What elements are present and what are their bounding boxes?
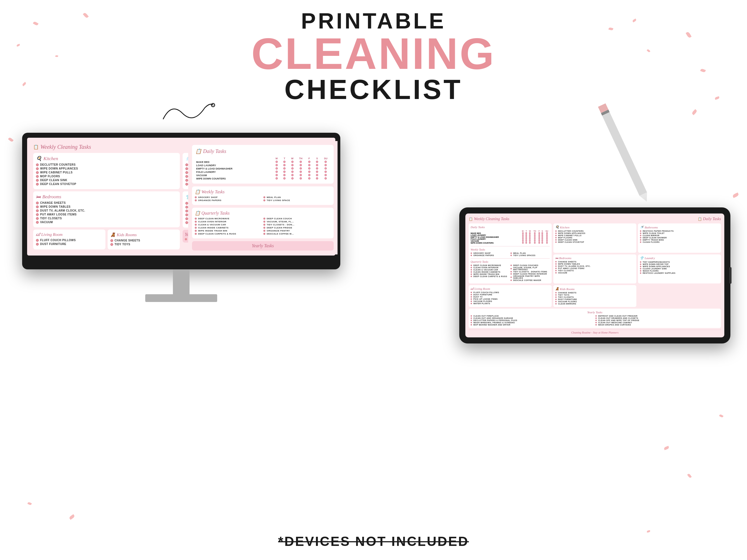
tablet-weekly-sub: Weekly Tasks bbox=[471, 248, 550, 251]
tablet-item: DUST TV bbox=[471, 296, 550, 298]
tablet-item: VACUUM, STEAM, FLIP MATTRESSES bbox=[511, 267, 550, 270]
tablet-item: WATER PLANTS bbox=[471, 302, 550, 304]
tablet-item: DEEP CLEAN SINK bbox=[555, 239, 635, 241]
tablet-item: MOP BEHIND WASHER AND DRYER bbox=[471, 324, 594, 326]
tablet-item: DEEP CLEAN MICROWAVE bbox=[471, 264, 510, 266]
tablet-item: WIPE INSIDE TRASH BIN bbox=[471, 273, 510, 275]
tablet-quarterly-sub: Quarterly Tasks bbox=[471, 260, 550, 263]
tablet-footer: Cleaning Routine - Stay at Home Planners bbox=[469, 330, 721, 334]
daily-tasks-title: 📋Daily Tasks bbox=[195, 148, 330, 154]
tablet-item: DEFROST AND CLEAN OUT FREEZER bbox=[595, 315, 719, 317]
header: PRINTABLE CLEANING CHECKLIST bbox=[249, 8, 498, 105]
tablet-item: DESCALE COFFEE MAKER bbox=[511, 279, 550, 281]
bottom-disclaimer: *DEVICES NOT INCLUDED bbox=[278, 534, 469, 549]
quarterly-title: 📋Quarterly Tasks bbox=[195, 210, 331, 216]
tablet-item: CHANGE SHEETS bbox=[555, 261, 635, 263]
tablet-item: ORGANIZE PANTRY WIPE SHELVES bbox=[511, 275, 550, 279]
checklist-item: MEAL PLAN bbox=[263, 196, 331, 198]
tablet-item: RESTOCK LAUNDRY SUPPLIES bbox=[640, 272, 719, 274]
tablet-item: CLEAN LAUNDRY SINK bbox=[640, 268, 719, 270]
tablet-item: MEAL PLAN bbox=[511, 252, 550, 254]
checklist-item: DEEP CLEAN SINK bbox=[36, 179, 177, 182]
tablet-item: CLEAN OUT MEDICINE CABINET bbox=[595, 322, 719, 324]
checklist-item: DEEP CLEAN CARPETS & RUGS bbox=[195, 233, 262, 235]
tablet-item: VACUUM FLOORS bbox=[471, 300, 550, 302]
kitchen-section-title: 🍳 Kitchen bbox=[36, 156, 177, 161]
tablet-item: MOP FLOORS bbox=[555, 237, 635, 239]
tablet-item: DEEP CLEAN FRIDGE INTERIOR bbox=[511, 273, 550, 275]
checklist-item: VACUUM bbox=[36, 221, 177, 224]
tablet-item: CHANGE SHEETS bbox=[555, 292, 635, 294]
tablet-item: GROCERY SHOP bbox=[471, 252, 510, 254]
tablet-item: WASH FLOORS bbox=[640, 270, 719, 272]
tablet-item: CLEAN OVEN INTERIOR bbox=[471, 267, 510, 269]
checklist-item: TIDY CLOSETS - DON... bbox=[263, 223, 331, 226]
checklist-item: DEEP CLEAN COUCH bbox=[263, 217, 331, 220]
tablet-item: TIDY CLOSETS bbox=[555, 270, 635, 272]
monitor-stand-neck bbox=[173, 269, 189, 294]
tablet-item: WIPE DOWN APPLIANCES bbox=[640, 265, 719, 267]
tablet-outer: 📋 Weekly Cleaning Tasks 📋 Daily Tasks 🍳K… bbox=[459, 207, 730, 344]
checklist-item: ORGANIZE PAPERS bbox=[195, 199, 262, 202]
checklist-item: DEEP CLEAN MICROWAVE bbox=[195, 217, 262, 220]
tablet-item: DEEP CLEAN COUCHES bbox=[511, 264, 550, 266]
tablet-side-button bbox=[729, 267, 731, 284]
checklist-item: DEEP CLEAN STOVETOP bbox=[36, 183, 177, 186]
checklist-item: DUST FURNITURE bbox=[36, 242, 103, 246]
checklist-item: GROCERY SHOP bbox=[195, 196, 262, 198]
pencil-decoration bbox=[598, 103, 652, 207]
tablet-item: ORGANIZE PAPERS bbox=[471, 255, 510, 256]
checklist-item: MOP FLOORS bbox=[36, 175, 177, 178]
checklist-label: CHECKLIST bbox=[249, 74, 498, 105]
tablet-item: DEEP CLEAN STOVETOP bbox=[555, 241, 635, 243]
tablet-item: FLUFF COUCH PILLOWS bbox=[471, 291, 550, 293]
tablet-item: TIDY CLOSETS - DONATE ITEMS bbox=[511, 271, 550, 273]
tablet-item: WIPE CABINET PULLS bbox=[555, 235, 635, 236]
checklist-item: PUT AWAY LOOSE ITEMS bbox=[36, 213, 177, 216]
checklist-item: DESCALE COFFEE M... bbox=[263, 233, 331, 235]
tablet-item: WIPE DOWN TABLES bbox=[555, 263, 635, 265]
tablet-item: CLEAN MIRROR bbox=[640, 235, 719, 236]
tablet-bedrooms-title: 🛏Bedrooms bbox=[555, 256, 635, 260]
tablet-item: WASH WINDOWS, FRAMES & SCREENS bbox=[471, 322, 594, 324]
tablet-daily-box-title: Daily Tasks bbox=[471, 225, 550, 229]
tablet-yearly-title: Yearly Tasks bbox=[471, 311, 719, 314]
tablet-item: WIPE DOWN DRYER TOP bbox=[640, 263, 719, 265]
tablet-item: VACUUM bbox=[555, 272, 635, 274]
tablet-item: WIPE CLEAN TOILET bbox=[640, 232, 719, 234]
checklist-item: CHANGE SHEETS bbox=[110, 239, 177, 242]
tablet-item: DECLUTTER COUNTERS bbox=[555, 230, 635, 232]
tablet-kitchen-title: 🍳Kitchen bbox=[555, 225, 635, 229]
tablet-item: EMPTY TRASH BINS bbox=[640, 239, 719, 241]
tablet-item: CLEAN MIRRORS bbox=[555, 303, 635, 305]
tablet-bathrooms-title: 🚿Bathrooms bbox=[640, 225, 719, 229]
tablet-item: VACUUM FLOORS bbox=[555, 301, 635, 302]
checklist-item: TIDY CLOSETS bbox=[36, 217, 177, 220]
bedrooms-section-title: 🛏 Bedrooms bbox=[36, 194, 177, 200]
tablet-item: TIDY TOYS bbox=[555, 294, 635, 296]
checklist-item: VACUUM, STEAM, FL... bbox=[263, 220, 331, 223]
yearly-tasks-label: Yearly Tasks bbox=[192, 241, 334, 250]
checklist-item: DEEP CLEAN FRIDGE bbox=[263, 226, 331, 229]
monitor-doc-title: Weekly Cleaning Tasks bbox=[41, 144, 91, 150]
checklist-item: ORGANIZE PANTRY bbox=[263, 230, 331, 232]
tablet-item: RESTOCK PAPER PRODUCTS bbox=[640, 230, 719, 232]
monitor-right-panel: 📋Daily Tasks MTWTHFSSU MAKE BED bbox=[188, 141, 337, 255]
tablet-item: TIDY LIVING SPACES bbox=[511, 255, 550, 256]
cleaning-label: CLEANING bbox=[249, 34, 498, 74]
tablet-item: CLEAN INSIDE CABINETS bbox=[471, 271, 510, 273]
monitor-stand-base bbox=[145, 294, 217, 302]
tablet-kids-title: 🧸Kids Rooms bbox=[555, 287, 635, 291]
tablet-laundry-title: 👕Laundry bbox=[640, 256, 719, 260]
checklist-item: TIDY TOYS bbox=[110, 243, 177, 246]
checklist-item: WIPE DOWN APPLIANCES bbox=[36, 167, 177, 170]
tablet-item: DEEP CLEAN CARPETS & RUGS bbox=[471, 275, 510, 277]
checklist-item: CLEAN INSIDE CABINETS bbox=[195, 226, 262, 229]
tablet-device: 📋 Weekly Cleaning Tasks 📋 Daily Tasks 🍳K… bbox=[459, 207, 730, 344]
tablet-screen: 📋 Weekly Cleaning Tasks 📋 Daily Tasks 🍳K… bbox=[465, 213, 724, 337]
tablet-item: DUST FURNITURE bbox=[471, 294, 550, 296]
checklist-item: CHANGE SHEETS bbox=[36, 201, 177, 204]
tablet-item: CLEAN & VACUUM CAR bbox=[471, 269, 510, 271]
checklist-item: WIPE INSIDE TRASH BIN bbox=[195, 230, 262, 232]
checklist-item: FLUFF COUCH PILLOWS bbox=[36, 239, 103, 242]
